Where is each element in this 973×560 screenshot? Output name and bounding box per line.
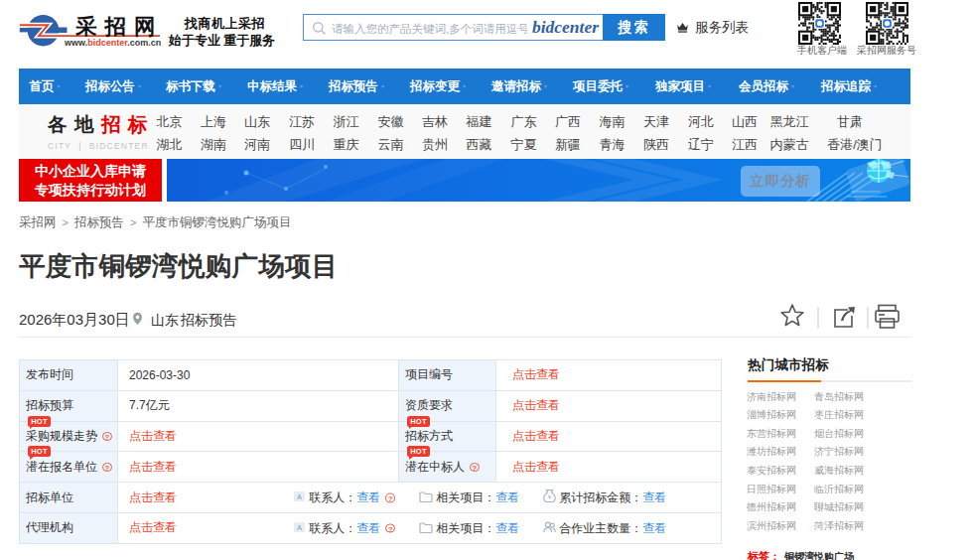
svg-text:A: A: [297, 524, 302, 531]
svg-text:￥: ￥: [546, 493, 553, 500]
svg-text:www.bidcenter.com.cn: www.bidcenter.com.cn: [64, 38, 161, 48]
svg-text:A: A: [297, 493, 302, 500]
svg-text:采招网: 采招网: [74, 15, 164, 39]
